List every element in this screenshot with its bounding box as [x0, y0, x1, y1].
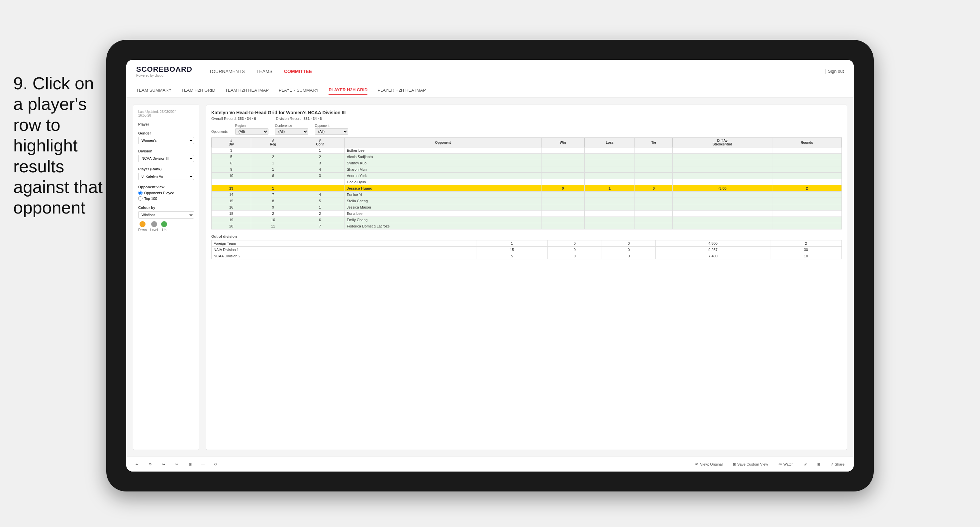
legend-up-dot — [161, 221, 167, 227]
opponent-view-label: Opponent view — [138, 185, 194, 189]
step-number: 9. — [13, 74, 27, 93]
watch-icon: 👁 — [778, 462, 782, 466]
col-diff: Diff AvStrokes/Rnd — [673, 138, 772, 148]
table-row[interactable]: 522Alexis Sudjianto — [212, 154, 842, 160]
conference-select[interactable]: (All) — [275, 128, 308, 135]
sidebar-player-section: Player — [138, 122, 194, 126]
grid-records: Overall Record: 353 · 34 · 6 Division Re… — [211, 117, 842, 121]
filter-conference: Conference (All) — [275, 124, 308, 135]
save-custom-label: Save Custom View — [737, 462, 768, 466]
colour-legend: Down Level Up — [138, 221, 194, 232]
out-of-division-row[interactable]: NCAA Division 25007.40010 — [212, 253, 842, 259]
table-row[interactable]: 613Sydney Kuo — [212, 160, 842, 167]
region-select[interactable]: (All) — [235, 128, 269, 135]
tablet-frame: SCOREBOARD Powered by clippd TOURNAMENTS… — [106, 40, 874, 492]
col-opponent: Opponent — [345, 138, 541, 148]
view-icon: 👁 — [695, 462, 698, 466]
subnav-player-h2h-heatmap[interactable]: PLAYER H2H HEATMAP — [377, 86, 426, 94]
nav-teams[interactable]: TEAMS — [256, 67, 272, 76]
subnav-player-h2h-grid[interactable]: PLAYER H2H GRID — [329, 86, 368, 95]
nav-committee[interactable]: COMMITTEE — [284, 67, 312, 76]
out-of-division-table: Foreign Team1004.5002NAIA Division 11500… — [211, 240, 842, 259]
gender-select[interactable]: Women's — [138, 137, 194, 144]
col-rounds: Rounds — [772, 138, 842, 148]
toolbar-sep1: — — [201, 462, 205, 466]
save-custom-button[interactable]: ⊞ Save Custom View — [730, 461, 771, 468]
table-row[interactable]: 1474Eunice Yi — [212, 192, 842, 198]
col-conf: #Conf — [295, 138, 345, 148]
bottom-toolbar: ↩ ⟳ ↪ ✂ ⊞ — ↺ 👁 View: Original ⊞ Save Cu… — [126, 457, 854, 471]
subnav-player-summary[interactable]: PLAYER SUMMARY — [279, 86, 318, 94]
sidebar-division: Division NCAA Division III — [138, 149, 194, 162]
colour-by-label: Colour by — [138, 206, 194, 210]
table-header-row: #Div #Reg #Conf Opponent Win Loss Tie Di… — [212, 138, 842, 148]
filters-row: Opponents: Region (All) Conference (All) — [211, 124, 842, 135]
resize-button[interactable]: ⤢ — [801, 461, 810, 468]
nav-bar: SCOREBOARD Powered by clippd TOURNAMENTS… — [126, 60, 854, 83]
table-row[interactable]: 914Sharon Mun — [212, 167, 842, 173]
nav-tournaments[interactable]: TOURNAMENTS — [209, 67, 245, 76]
legend-level-label: Level — [150, 228, 158, 232]
subnav-team-h2h-heatmap[interactable]: TEAM H2H HEATMAP — [225, 86, 269, 94]
radio-top100[interactable]: Top 100 — [138, 196, 194, 201]
scissors-button[interactable]: ✂ — [173, 461, 181, 468]
sign-out-button[interactable]: Sign out — [828, 69, 844, 74]
annotation-body: Click on a player's row to highlight res… — [13, 74, 103, 217]
opponent-view-section: Opponent view Opponents Played Top 100 — [138, 185, 194, 201]
legend-down-label: Down — [138, 228, 147, 232]
legend-down-dot — [140, 221, 145, 227]
legend-up-label: Up — [162, 228, 166, 232]
table-row[interactable]: 1822Euna Lee — [212, 211, 842, 217]
watch-button[interactable]: 👁 Watch — [776, 461, 796, 468]
copy-button[interactable]: ⊞ — [186, 461, 194, 468]
subnav-team-h2h-grid[interactable]: TEAM H2H GRID — [181, 86, 215, 94]
logo-area: SCOREBOARD Powered by clippd — [136, 65, 192, 77]
table-row[interactable]: 19106Emily Chang — [212, 217, 842, 223]
table-row[interactable]: 1585Stella Cheng — [212, 198, 842, 204]
logo-sub: Powered by clippd — [136, 74, 192, 77]
undo-button[interactable]: ↩ — [133, 461, 141, 468]
nav-links: TOURNAMENTS TEAMS COMMITTEE — [209, 67, 823, 76]
subnav-team-summary[interactable]: TEAM SUMMARY — [136, 86, 172, 94]
nav-sep: | — [825, 68, 826, 75]
redo-button[interactable]: ↪ — [159, 461, 168, 468]
grid-button[interactable]: ⊞ — [815, 461, 823, 468]
division-label: Division — [138, 149, 194, 153]
filter-opponent: Opponent (All) — [315, 124, 348, 135]
share-label: Share — [835, 462, 845, 466]
table-row[interactable]: 31Esther Lee — [212, 148, 842, 154]
colour-select[interactable]: Win/loss — [138, 211, 194, 219]
radio-group: Opponents Played Top 100 — [138, 190, 194, 201]
main-content: Last Updated: 27/03/2024 16:55:28 Player… — [126, 98, 854, 457]
col-loss: Loss — [584, 138, 635, 148]
gender-label: Gender — [138, 131, 194, 135]
annotation-text: 9. Click on a player's row to highlight … — [13, 73, 106, 218]
data-table: #Div #Reg #Conf Opponent Win Loss Tie Di… — [211, 138, 842, 229]
table-row[interactable]: 131Jessica Huang010-3.002 — [212, 185, 842, 192]
opponent-select[interactable]: (All) — [315, 128, 348, 135]
radio-opponents-played[interactable]: Opponents Played — [138, 190, 194, 195]
col-reg: #Reg — [251, 138, 295, 148]
out-of-division-row[interactable]: Foreign Team1004.5002 — [212, 240, 842, 247]
view-original-button[interactable]: 👁 View: Original — [692, 461, 725, 468]
table-row[interactable]: 20117Federica Domecq Lacroze — [212, 223, 842, 229]
col-win: Win — [541, 138, 584, 148]
tablet-screen: SCOREBOARD Powered by clippd TOURNAMENTS… — [126, 60, 854, 471]
out-of-division-row[interactable]: NAIA Division 115009.26730 — [212, 247, 842, 253]
overall-record: Overall Record: 353 · 34 · 6 — [211, 117, 256, 121]
sidebar-gender: Gender Women's — [138, 131, 194, 144]
table-row[interactable]: Haejo Hyun — [212, 179, 842, 185]
share-button[interactable]: ↗ Share — [828, 461, 847, 468]
redo-step-button[interactable]: ⟳ — [146, 461, 154, 468]
division-select[interactable]: NCAA Division III — [138, 155, 194, 162]
timestamp-time: 16:55:28 — [138, 114, 194, 117]
table-row[interactable]: 1063Andrea York — [212, 173, 842, 179]
player-rank-select[interactable]: 8. Katelyn Vo — [138, 173, 194, 180]
legend-level-dot — [151, 221, 157, 227]
colour-section: Colour by Win/loss Down Level — [138, 206, 194, 232]
refresh-button[interactable]: ↺ — [211, 461, 220, 468]
save-icon: ⊞ — [733, 462, 736, 467]
view-original-label: View: Original — [700, 462, 722, 466]
col-div: #Div — [212, 138, 251, 148]
table-row[interactable]: 1691Jessica Mason — [212, 204, 842, 211]
